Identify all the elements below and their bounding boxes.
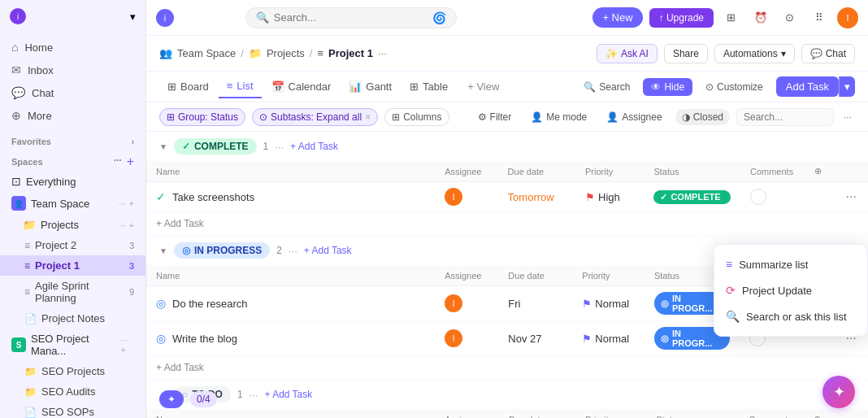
search-input[interactable] [274,11,427,24]
upgrade-button[interactable]: ↑ Upgrade [649,8,714,28]
sidebar-item-home[interactable]: ⌂ Home [0,36,145,59]
filter-search-input[interactable] [736,108,834,126]
spaces-add-btn[interactable]: + [127,155,134,169]
blog-avatar[interactable]: I [445,329,462,347]
sidebar-item-more[interactable]: ⊕ More [0,104,145,127]
breadcrumb-projects[interactable]: Projects [267,47,305,59]
sidebar-item-seo[interactable]: S SEO Project Mana... ··· + [0,329,145,361]
progress-badge: 0/4 [190,391,217,407]
research-priority-label: Normal [595,298,629,310]
filter-more-btn[interactable]: ··· [840,111,855,123]
topbar-circle-icon[interactable]: ⊙ [779,7,801,29]
tab-list[interactable]: ≡ List [219,75,262,98]
topbar-clock-icon[interactable]: ⏰ [749,7,772,29]
comment-circle[interactable] [750,189,766,205]
breadcrumb-team-space[interactable]: Team Space [177,47,236,59]
task-row-more-btn[interactable]: ··· [846,189,857,203]
ask-ai-button[interactable]: ✨ Ask AI [597,44,658,63]
assignee-avatar[interactable]: I [445,188,462,206]
blog-status-dot: ◎ [661,333,669,344]
new-button[interactable]: + New [592,7,642,28]
task-check-icon[interactable]: ✓ [156,190,166,203]
status-dot: ✓ [660,192,667,202]
topbar-logo-letter: i [164,13,166,23]
group-status-chip[interactable]: ⊞ Group: Status [159,108,245,126]
me-mode-icon: 👤 [531,111,543,123]
tab-calendar[interactable]: 📅 Calendar [263,76,340,98]
workspace-header[interactable]: i ▾ [0,0,145,33]
sidebar-item-project-notes[interactable]: 📄 Project Notes [0,308,145,329]
add-task-inprogress-row[interactable]: + Add Task [146,356,868,380]
sidebar-item-seo-sops[interactable]: 📄 SEO SOPs [0,402,145,418]
sidebar-item-chat[interactable]: 💬 Chat [0,81,145,104]
sidebar-item-project1[interactable]: ≡ Project 1 3 [0,255,145,276]
sidebar-item-agile[interactable]: ≡ Agile Sprint Planning 9 [0,276,145,308]
sidebar-item-seo-audits[interactable]: 📁 SEO Audits [0,381,145,402]
filter-button[interactable]: ⚙ Filter [471,109,519,125]
ai-badge-icon: ✦ [167,394,176,405]
th-add-complete[interactable]: ⊕ [805,161,835,182]
customize-button[interactable]: ⊙ Customize [699,78,770,96]
sidebar-item-everything[interactable]: ⊡ Everything [0,171,145,192]
inprogress-more-btn[interactable]: ··· [289,245,297,257]
summarize-icon: ≡ [726,258,732,271]
popup-search-ask[interactable]: 🔍 Search or ask this list [714,303,867,329]
sidebar-item-team-space[interactable]: 👤 Team Space ··· + [0,192,145,215]
subtasks-chip[interactable]: ⊙ Subtasks: Expand all × [252,108,378,126]
ai-badge-button[interactable]: ✦ [159,390,184,408]
ai-circle-button[interactable]: ✦ [822,376,855,408]
sidebar-item-project2[interactable]: ≡ Project 2 3 [0,235,145,255]
topbar-apps-icon[interactable]: ⠿ [808,7,831,29]
topbar-grid-icon[interactable]: ⊞ [720,7,743,29]
closed-button[interactable]: ◑ Closed [675,109,730,125]
add-task-label: Add Task [164,218,204,229]
todo-more-btn[interactable]: ··· [250,389,258,401]
user-avatar[interactable]: I [837,7,858,28]
add-task-dropdown[interactable]: ▾ [839,76,855,97]
search-tab-button[interactable]: 🔍 Search [577,78,636,96]
automations-button[interactable]: Automations ▾ [714,44,795,63]
task-extra-cell [805,182,835,212]
project-more-btn[interactable]: ··· [378,47,387,59]
group-inprogress-badge: ◎ IN PROGRESS [174,242,270,259]
sidebar-item-home-label: Home [24,41,53,54]
sidebar-item-seo-projects[interactable]: 📁 SEO Projects [0,361,145,381]
inprogress-add-btn[interactable]: + Add Task [304,245,352,256]
popup-update[interactable]: ⟳ Project Update [714,277,867,303]
th-name-ip: Name [146,265,435,286]
complete-add-btn[interactable]: + Add Task [290,141,338,152]
research-avatar[interactable]: I [445,294,462,312]
popup-summarize[interactable]: ≡ Summarize list [714,251,867,277]
group-complete-chevron[interactable]: ▼ [159,142,167,151]
assignee-icon: 👤 [606,111,618,123]
th-add-todo[interactable]: ⊕ [804,409,835,418]
task-status-badge[interactable]: ✓ COMPLETE [653,190,731,204]
add-view-button[interactable]: + View [461,77,506,96]
blog-check-icon[interactable]: ◎ [156,332,166,345]
assignee-button[interactable]: 👤 Assignee [600,109,668,125]
complete-label: COMPLETE [194,141,249,152]
me-mode-button[interactable]: 👤 Me mode [524,109,593,125]
spaces-more-btn[interactable]: ··· [114,155,122,169]
complete-more-btn[interactable]: ··· [275,141,284,153]
share-button[interactable]: Share [664,44,708,63]
sidebar-item-inbox[interactable]: ✉ Inbox [0,59,145,81]
group-inprogress-chevron[interactable]: ▼ [159,246,167,255]
tab-table[interactable]: ⊞ Table [401,76,456,98]
todo-add-btn[interactable]: + Add Task [264,389,312,400]
th-more-complete [836,161,868,182]
seo-actions: ··· + [121,335,134,355]
th-name-complete: Name [146,161,435,182]
research-check-icon[interactable]: ◎ [156,297,166,310]
project-header: 👥 Team Space / 📁 Projects / ≡ Project 1 … [146,36,868,72]
hide-button[interactable]: 👁 Hide [643,78,692,96]
add-task-complete-row[interactable]: + Add Task [146,212,868,236]
chat-button[interactable]: 💬 Chat [801,44,855,63]
tab-gantt[interactable]: 📊 Gantt [341,76,400,98]
sidebar-item-more-label: More [28,110,52,122]
sidebar-item-projects[interactable]: 📁 Projects ··· + [0,215,145,235]
tab-board[interactable]: ⊞ Board [159,76,217,98]
search-bar[interactable]: 🔍 🌀 [245,7,457,28]
columns-chip[interactable]: ⊞ Columns [384,108,449,126]
add-task-button[interactable]: Add Task [776,76,839,97]
